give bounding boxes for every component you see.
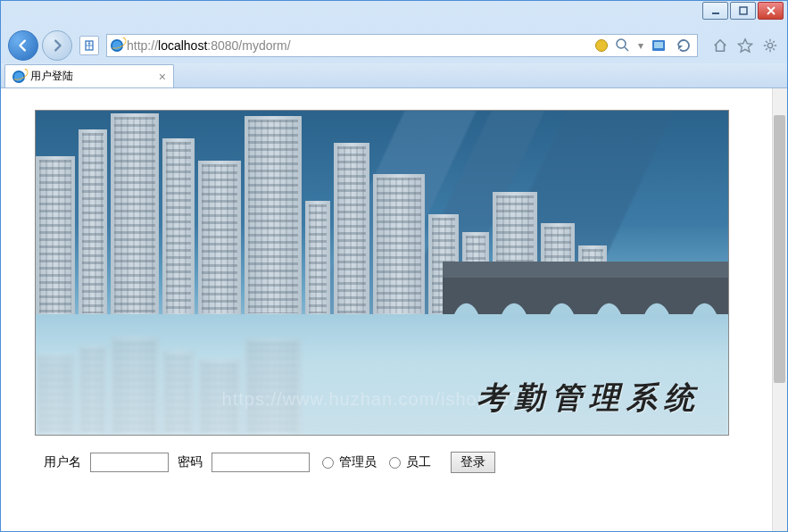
tab-close-icon[interactable]: × <box>159 70 166 84</box>
toolbar: + http://localhost:8080/mydorm/ ▾ <box>1 28 787 63</box>
svg-text:+: + <box>87 40 91 46</box>
role-admin-option[interactable]: 管理员 <box>322 454 377 470</box>
svg-rect-0 <box>712 12 719 14</box>
ie-icon <box>111 39 123 52</box>
compatibility-icon[interactable]: + <box>79 36 99 55</box>
back-button[interactable] <box>8 30 38 61</box>
browser-window: + http://localhost:8080/mydorm/ ▾ <box>0 0 788 532</box>
scroll-thumb[interactable] <box>774 115 785 383</box>
svg-point-4 <box>617 39 626 48</box>
security-indicator-icon <box>595 39 608 52</box>
maximize-button[interactable] <box>730 2 756 20</box>
svg-rect-6 <box>654 42 663 48</box>
role-admin-radio[interactable] <box>322 457 334 469</box>
password-input[interactable] <box>212 453 310 472</box>
role-staff-radio[interactable] <box>389 457 401 469</box>
password-label: 密码 <box>178 454 203 470</box>
login-form: 用户名 密码 管理员 员工 登录 <box>35 452 753 473</box>
settings-icon[interactable] <box>760 36 780 55</box>
username-input[interactable] <box>90 453 169 472</box>
refresh-icon[interactable] <box>674 36 693 55</box>
home-icon[interactable] <box>710 36 730 55</box>
role-staff-option[interactable]: 员工 <box>389 454 431 470</box>
search-icon[interactable] <box>613 36 633 55</box>
login-button[interactable]: 登录 <box>451 452 495 473</box>
banner-image: https://www.huzhan.com/ishop33758 考勤管理系统 <box>35 110 729 436</box>
tab-active[interactable]: 用户登陆 × <box>4 64 174 87</box>
address-bar[interactable]: http://localhost:8080/mydorm/ ▾ <box>106 34 698 57</box>
tab-title: 用户登陆 <box>30 69 153 84</box>
tab-favicon-icon <box>12 71 25 83</box>
role-staff-label: 员工 <box>406 454 431 470</box>
minimize-button[interactable] <box>702 2 728 20</box>
system-title: 考勤管理系统 <box>477 378 701 419</box>
role-admin-label: 管理员 <box>339 454 377 470</box>
username-label: 用户名 <box>44 454 81 470</box>
favorites-icon[interactable] <box>735 36 755 55</box>
titlebar <box>1 1 787 28</box>
svg-rect-1 <box>740 7 747 14</box>
url-text: http://localhost:8080/mydorm/ <box>127 38 595 53</box>
forward-button[interactable] <box>42 30 72 61</box>
page-body: https://www.huzhan.com/ishop33758 考勤管理系统… <box>1 88 787 495</box>
tab-bar: 用户登陆 × <box>1 63 787 88</box>
svg-point-7 <box>767 43 772 47</box>
compat-view-icon[interactable] <box>649 36 668 55</box>
close-button[interactable] <box>758 2 784 20</box>
vertical-scrollbar[interactable] <box>772 88 787 531</box>
content-area: https://www.huzhan.com/ishop33758 考勤管理系统… <box>1 88 787 531</box>
